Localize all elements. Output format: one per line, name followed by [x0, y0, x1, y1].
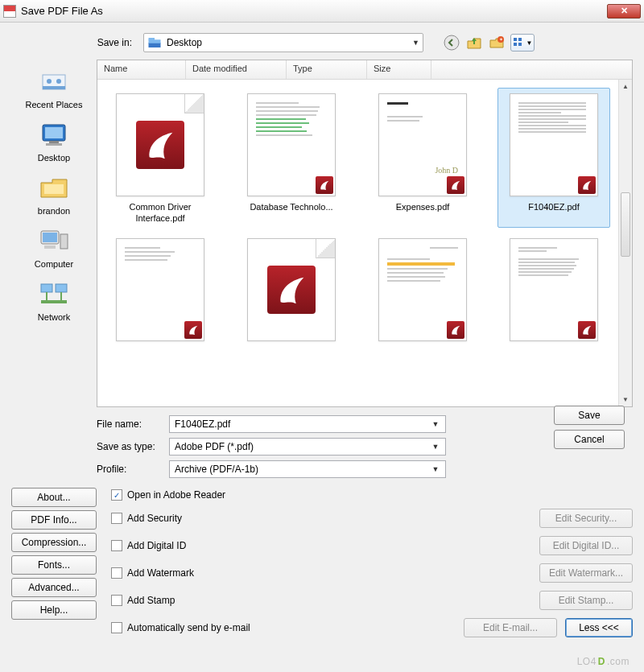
- about-button[interactable]: About...: [11, 488, 97, 507]
- sidebar-item-user[interactable]: brandon: [11, 171, 97, 221]
- svg-point-13: [56, 79, 61, 84]
- edit-watermark-button: Edit Watermark...: [539, 563, 633, 583]
- sidebar-item-label: Recent Places: [11, 100, 97, 109]
- save-type-label: Save as type:: [97, 441, 169, 452]
- window-title: Save PDF File As: [21, 5, 607, 17]
- file-item[interactable]: Database Technolo...: [235, 88, 348, 228]
- profile-label: Profile:: [97, 464, 169, 475]
- checkbox-icon[interactable]: [111, 622, 122, 633]
- save-in-row: Save in: Desktop ▼ ✦ ▼: [92, 31, 633, 55]
- filename-combo[interactable]: F1040EZ.pdf ▼: [169, 415, 446, 433]
- column-headers[interactable]: Name Date modified Type Size: [97, 60, 632, 80]
- scroll-down-button[interactable]: ▼: [619, 393, 632, 406]
- col-name[interactable]: Name: [97, 60, 186, 79]
- scrollbar-thumb[interactable]: [621, 192, 630, 257]
- options-column: ✓ Open in Adobe Reader Add Security Edit…: [106, 488, 633, 637]
- save-type-value: Adobe PDF (*.pdf): [175, 441, 429, 452]
- up-one-level-button[interactable]: [465, 34, 483, 52]
- file-name: Common Driver Interface.pdf: [108, 201, 213, 224]
- user-folder-icon: [38, 174, 70, 203]
- checkbox-icon[interactable]: [111, 540, 122, 551]
- cancel-button[interactable]: Cancel: [554, 430, 625, 449]
- edit-digital-id-button: Edit Digital ID...: [539, 536, 633, 555]
- svg-rect-17: [46, 143, 62, 146]
- dialog-body: Save in: Desktop ▼ ✦ ▼: [0, 23, 644, 672]
- sidebar-item-label: brandon: [11, 206, 97, 216]
- help-button[interactable]: Help...: [11, 600, 97, 620]
- folder-icon: [147, 35, 162, 50]
- file-item[interactable]: [366, 233, 479, 350]
- fonts-button[interactable]: Fonts...: [11, 555, 97, 575]
- opt-open-in-reader[interactable]: ✓ Open in Adobe Reader: [111, 489, 633, 501]
- svg-rect-16: [49, 141, 59, 143]
- chevron-down-icon: ▼: [526, 39, 533, 47]
- network-icon: [38, 280, 70, 309]
- col-date[interactable]: Date modified: [186, 60, 287, 79]
- file-item[interactable]: [104, 233, 217, 350]
- opt-add-stamp[interactable]: Add Stamp Edit Stamp...: [111, 591, 633, 610]
- file-name: F1040EZ.pdf: [502, 201, 606, 212]
- save-dialog: Save PDF File As ✕ Save in: Desktop ▼ ✦: [0, 0, 644, 672]
- opt-add-security[interactable]: Add Security Edit Security...: [111, 509, 633, 528]
- compression-button[interactable]: Compression...: [11, 533, 97, 552]
- svg-rect-22: [44, 245, 56, 249]
- save-in-combo[interactable]: Desktop ▼: [143, 33, 423, 52]
- file-item[interactable]: F1040EZ.pdf: [497, 88, 610, 228]
- opt-label: Automatically send by e-mail: [127, 622, 464, 633]
- file-item[interactable]: John DExpenses.pdf: [366, 88, 479, 228]
- save-type-combo[interactable]: Adobe PDF (*.pdf) ▼: [169, 438, 446, 456]
- file-name: Database Technolo...: [239, 201, 344, 212]
- checkbox-icon[interactable]: ✓: [111, 489, 122, 501]
- sidebar-item-computer[interactable]: Computer: [11, 224, 97, 274]
- checkbox-icon[interactable]: [111, 595, 122, 606]
- file-item[interactable]: [497, 233, 610, 350]
- left-buttons: About... PDF Info... Compression... Font…: [11, 488, 97, 637]
- less-button[interactable]: Less <<<: [565, 618, 633, 637]
- chevron-down-icon: ▼: [412, 39, 419, 47]
- close-button[interactable]: ✕: [607, 4, 641, 19]
- svg-rect-9: [518, 43, 522, 46]
- edit-email-button: Edit E-mail...: [464, 618, 557, 637]
- sidebar-item-desktop[interactable]: Desktop: [11, 117, 97, 167]
- checkbox-icon[interactable]: [111, 513, 122, 524]
- action-buttons: Save Cancel: [554, 406, 625, 449]
- svg-rect-24: [56, 284, 67, 292]
- titlebar[interactable]: Save PDF File As ✕: [0, 0, 644, 23]
- opt-label: Add Security: [127, 513, 539, 524]
- svg-rect-2: [149, 38, 155, 40]
- svg-rect-6: [514, 38, 517, 41]
- new-folder-button[interactable]: ✦: [488, 34, 506, 52]
- col-size[interactable]: Size: [367, 60, 431, 79]
- opt-add-watermark[interactable]: Add Watermark Edit Watermark...: [111, 563, 633, 583]
- sidebar-item-network[interactable]: Network: [11, 277, 97, 327]
- desktop-icon: [38, 121, 70, 150]
- pdf-info-button[interactable]: PDF Info...: [11, 510, 97, 530]
- svg-rect-23: [41, 284, 52, 292]
- view-menu-button[interactable]: ▼: [510, 34, 535, 52]
- opt-auto-email[interactable]: Automatically send by e-mail Edit E-mail…: [111, 618, 633, 637]
- sidebar-item-recent-places[interactable]: Recent Places: [11, 64, 97, 114]
- back-button[interactable]: [443, 34, 460, 52]
- places-sidebar: Recent Places Desktop brandon Computer N…: [11, 60, 97, 407]
- edit-security-button: Edit Security...: [539, 509, 633, 528]
- file-item[interactable]: Common Driver Interface.pdf: [104, 88, 217, 228]
- vertical-scrollbar[interactable]: ▲ ▼: [618, 80, 632, 406]
- file-thumbnail: [378, 238, 467, 341]
- checkbox-icon[interactable]: [111, 567, 122, 579]
- file-name: Expenses.pdf: [370, 201, 475, 212]
- file-thumbnail: [116, 238, 204, 341]
- save-button[interactable]: Save: [554, 406, 625, 425]
- advanced-button[interactable]: Advanced...: [11, 578, 97, 597]
- profile-value: Archive (PDF/A-1b): [175, 464, 429, 475]
- file-item[interactable]: [235, 233, 348, 350]
- profile-combo[interactable]: Archive (PDF/A-1b) ▼: [169, 460, 446, 478]
- scroll-up-button[interactable]: ▲: [619, 80, 632, 93]
- bottom-panel: About... PDF Info... Compression... Font…: [11, 488, 633, 637]
- svg-rect-18: [44, 184, 64, 194]
- filename-value: F1040EZ.pdf: [175, 418, 429, 430]
- opt-add-digital-id[interactable]: Add Digital ID Edit Digital ID...: [111, 536, 633, 555]
- col-type[interactable]: Type: [287, 60, 367, 79]
- opt-label: Add Watermark: [127, 567, 539, 579]
- file-grid[interactable]: Common Driver Interface.pdfDatabase Tech…: [97, 80, 632, 406]
- main-area: Recent Places Desktop brandon Computer N…: [11, 60, 633, 407]
